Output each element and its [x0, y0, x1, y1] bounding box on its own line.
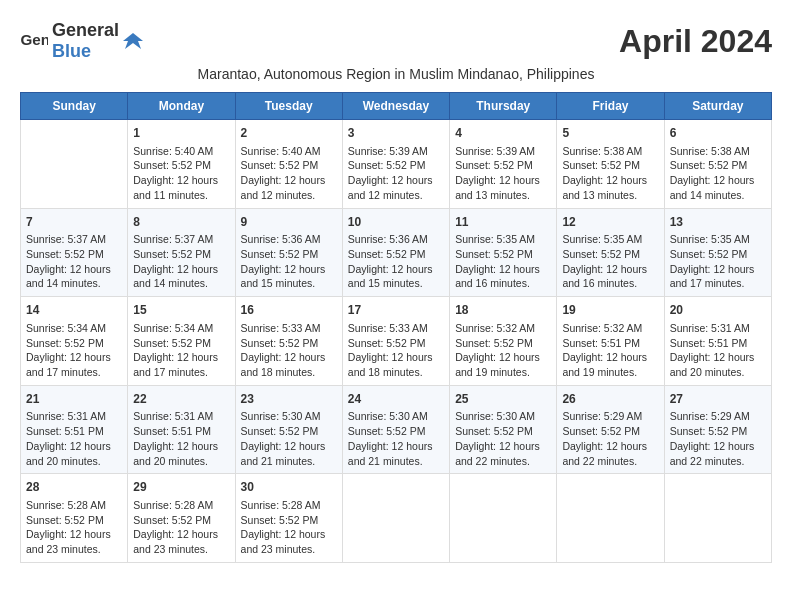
day-info: and 19 minutes. [455, 365, 551, 380]
calendar-cell: 16Sunrise: 5:33 AMSunset: 5:52 PMDayligh… [235, 297, 342, 386]
day-info: Daylight: 12 hours [133, 439, 229, 454]
day-info: and 13 minutes. [455, 188, 551, 203]
day-number: 27 [670, 391, 766, 408]
calendar-cell: 12Sunrise: 5:35 AMSunset: 5:52 PMDayligh… [557, 208, 664, 297]
calendar-week-row: 1Sunrise: 5:40 AMSunset: 5:52 PMDaylight… [21, 120, 772, 209]
day-info: and 22 minutes. [670, 454, 766, 469]
day-info: Sunset: 5:52 PM [670, 424, 766, 439]
day-info: Sunset: 5:52 PM [133, 336, 229, 351]
day-number: 3 [348, 125, 444, 142]
day-info: Sunrise: 5:30 AM [348, 409, 444, 424]
day-number: 12 [562, 214, 658, 231]
calendar-cell: 5Sunrise: 5:38 AMSunset: 5:52 PMDaylight… [557, 120, 664, 209]
calendar-cell: 19Sunrise: 5:32 AMSunset: 5:51 PMDayligh… [557, 297, 664, 386]
day-number: 15 [133, 302, 229, 319]
logo-bird-icon [123, 31, 143, 51]
day-info: Sunrise: 5:39 AM [455, 144, 551, 159]
day-info: Sunset: 5:52 PM [241, 336, 337, 351]
logo-general: General [52, 20, 119, 40]
day-info: Daylight: 12 hours [241, 262, 337, 277]
day-info: and 23 minutes. [241, 542, 337, 557]
day-info: Sunset: 5:52 PM [348, 247, 444, 262]
calendar-table: SundayMondayTuesdayWednesdayThursdayFrid… [20, 92, 772, 563]
calendar-cell: 18Sunrise: 5:32 AMSunset: 5:52 PMDayligh… [450, 297, 557, 386]
day-number: 28 [26, 479, 122, 496]
day-info: Daylight: 12 hours [241, 350, 337, 365]
svg-text:General: General [20, 31, 48, 48]
header-friday: Friday [557, 93, 664, 120]
day-info: Daylight: 12 hours [670, 350, 766, 365]
day-info: Sunrise: 5:31 AM [670, 321, 766, 336]
calendar-cell: 21Sunrise: 5:31 AMSunset: 5:51 PMDayligh… [21, 385, 128, 474]
day-number: 14 [26, 302, 122, 319]
day-info: Sunset: 5:52 PM [348, 336, 444, 351]
day-info: Sunset: 5:52 PM [455, 158, 551, 173]
day-info: Sunrise: 5:28 AM [26, 498, 122, 513]
day-info: and 17 minutes. [133, 365, 229, 380]
day-info: and 20 minutes. [26, 454, 122, 469]
calendar-cell: 8Sunrise: 5:37 AMSunset: 5:52 PMDaylight… [128, 208, 235, 297]
day-info: Daylight: 12 hours [348, 350, 444, 365]
day-number: 24 [348, 391, 444, 408]
day-info: and 18 minutes. [348, 365, 444, 380]
day-info: Daylight: 12 hours [241, 173, 337, 188]
day-number: 21 [26, 391, 122, 408]
svg-marker-1 [123, 33, 143, 49]
day-info: Sunrise: 5:36 AM [241, 232, 337, 247]
day-info: and 20 minutes. [133, 454, 229, 469]
day-number: 9 [241, 214, 337, 231]
day-info: Daylight: 12 hours [26, 350, 122, 365]
calendar-cell [21, 120, 128, 209]
day-info: and 19 minutes. [562, 365, 658, 380]
day-number: 30 [241, 479, 337, 496]
calendar-cell: 3Sunrise: 5:39 AMSunset: 5:52 PMDaylight… [342, 120, 449, 209]
day-info: and 23 minutes. [26, 542, 122, 557]
day-info: Daylight: 12 hours [26, 527, 122, 542]
day-info: and 13 minutes. [562, 188, 658, 203]
day-info: and 20 minutes. [670, 365, 766, 380]
day-info: Daylight: 12 hours [562, 439, 658, 454]
page-header: General General Blue April 2024 [20, 20, 772, 62]
day-info: Sunset: 5:52 PM [455, 424, 551, 439]
day-number: 22 [133, 391, 229, 408]
day-info: Sunset: 5:51 PM [133, 424, 229, 439]
day-info: Sunset: 5:52 PM [348, 158, 444, 173]
day-number: 5 [562, 125, 658, 142]
day-info: Daylight: 12 hours [26, 439, 122, 454]
day-info: Sunset: 5:52 PM [241, 247, 337, 262]
day-info: and 15 minutes. [348, 276, 444, 291]
calendar-cell: 27Sunrise: 5:29 AMSunset: 5:52 PMDayligh… [664, 385, 771, 474]
day-info: Sunrise: 5:35 AM [562, 232, 658, 247]
day-info: Sunrise: 5:28 AM [241, 498, 337, 513]
day-number: 2 [241, 125, 337, 142]
day-info: Sunset: 5:52 PM [26, 513, 122, 528]
day-info: Daylight: 12 hours [133, 262, 229, 277]
day-info: Sunrise: 5:32 AM [455, 321, 551, 336]
day-info: and 16 minutes. [455, 276, 551, 291]
day-number: 18 [455, 302, 551, 319]
day-info: and 11 minutes. [133, 188, 229, 203]
day-info: and 14 minutes. [26, 276, 122, 291]
day-info: and 12 minutes. [241, 188, 337, 203]
header-monday: Monday [128, 93, 235, 120]
day-number: 25 [455, 391, 551, 408]
day-info: and 21 minutes. [241, 454, 337, 469]
day-info: Sunrise: 5:33 AM [241, 321, 337, 336]
day-info: and 21 minutes. [348, 454, 444, 469]
calendar-cell: 7Sunrise: 5:37 AMSunset: 5:52 PMDaylight… [21, 208, 128, 297]
day-info: Sunset: 5:51 PM [562, 336, 658, 351]
day-number: 10 [348, 214, 444, 231]
calendar-cell: 9Sunrise: 5:36 AMSunset: 5:52 PMDaylight… [235, 208, 342, 297]
day-info: Sunset: 5:52 PM [26, 247, 122, 262]
header-tuesday: Tuesday [235, 93, 342, 120]
day-info: Sunrise: 5:40 AM [133, 144, 229, 159]
header-sunday: Sunday [21, 93, 128, 120]
day-number: 8 [133, 214, 229, 231]
day-number: 29 [133, 479, 229, 496]
day-number: 1 [133, 125, 229, 142]
calendar-cell: 26Sunrise: 5:29 AMSunset: 5:52 PMDayligh… [557, 385, 664, 474]
calendar-cell: 15Sunrise: 5:34 AMSunset: 5:52 PMDayligh… [128, 297, 235, 386]
day-info: Sunset: 5:52 PM [133, 513, 229, 528]
day-info: and 17 minutes. [26, 365, 122, 380]
day-info: Sunset: 5:52 PM [133, 158, 229, 173]
